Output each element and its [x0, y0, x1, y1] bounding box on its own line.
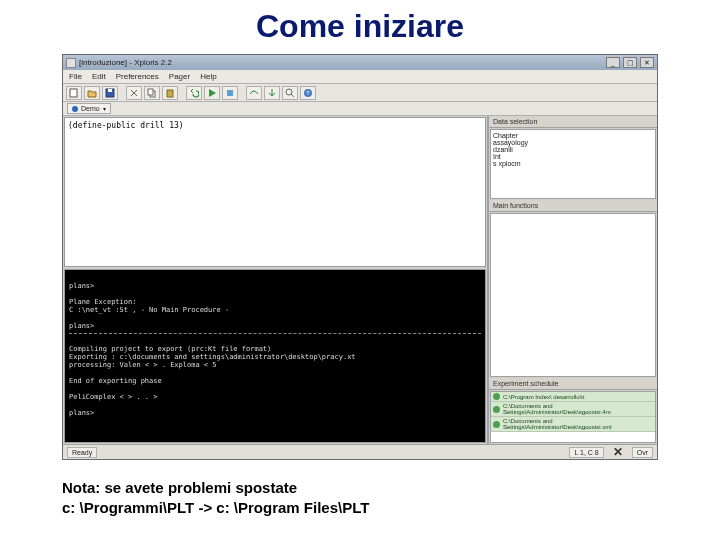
mainfun-header: Main functions	[489, 200, 657, 212]
titlebar: [introduzione] - Xploris 2.2 _ ▢ ✕	[63, 55, 657, 70]
open-icon[interactable]	[84, 86, 100, 100]
console-line: plans>	[69, 282, 94, 290]
console-line: C :\net_vt :St , - No Main Procedure -	[69, 306, 229, 314]
svg-rect-0	[70, 89, 77, 97]
copy-icon[interactable]	[144, 86, 160, 100]
exp-header: Experiment schedule	[489, 378, 657, 390]
menubar: File Edit Preferences Pager Help	[63, 70, 657, 84]
svg-rect-5	[167, 90, 173, 97]
console-line: processing: Valen < > . Exploma < 5	[69, 361, 217, 369]
svg-rect-6	[227, 90, 233, 96]
editor-pane[interactable]: (define-public drill 13)	[64, 117, 486, 267]
bullet-icon	[493, 421, 500, 428]
console-line: Compiling project to export (prc:Kt file…	[69, 345, 271, 353]
run-icon[interactable]	[204, 86, 220, 100]
paste-icon[interactable]	[162, 86, 178, 100]
menu-preferences[interactable]: Preferences	[116, 72, 159, 81]
note-line: Nota: se avete problemi spostate	[62, 478, 369, 498]
note-line: c: \Programmi\PLT -> c: \Program Files\P…	[62, 498, 369, 518]
menu-pager[interactable]: Pager	[169, 72, 190, 81]
console-pane[interactable]: plans> Plane Exception: C :\net_vt :St ,…	[64, 269, 486, 443]
cut-icon[interactable]	[126, 86, 142, 100]
status-close-icon[interactable]: ✕	[610, 446, 626, 458]
new-icon[interactable]	[66, 86, 82, 100]
datasel-item[interactable]: Chapter	[493, 132, 653, 139]
console-line: PeliComplex < > . . >	[69, 393, 158, 401]
exp-panel[interactable]: C:\Program Index\ desarrollo\it C:\Docum…	[490, 391, 656, 443]
dialect-dot-icon	[72, 106, 78, 112]
datasel-panel[interactable]: Chapter assayology dzanili Int s xplocm	[490, 129, 656, 199]
console-line: plans>	[69, 409, 94, 417]
exp-item[interactable]: C:\Program Index\ desarrollo\it	[491, 392, 655, 402]
close-button[interactable]: ✕	[640, 57, 654, 68]
left-column: (define-public drill 13) plans> Plane Ex…	[63, 116, 487, 444]
step-over-icon[interactable]	[246, 86, 262, 100]
statusbar: Ready L 1, C 8 ✕ Ovr	[63, 444, 657, 459]
stop-icon[interactable]	[222, 86, 238, 100]
exp-item-label: C:\Documents and Settings\Administrator\…	[503, 403, 653, 415]
window-title: [introduzione] - Xploris 2.2	[79, 58, 603, 67]
exp-item[interactable]: C:\Documents and Settings\Administrator\…	[491, 417, 655, 432]
datasel-item[interactable]: assayology	[493, 139, 653, 146]
mainfun-panel[interactable]	[490, 213, 656, 377]
zoom-icon[interactable]	[282, 86, 298, 100]
slide-note: Nota: se avete problemi spostate c: \Pro…	[62, 478, 369, 517]
help-icon[interactable]: ?	[300, 86, 316, 100]
slide-title: Come iniziare	[0, 0, 720, 51]
console-line: Exporting : c:\documents and settings\ad…	[69, 353, 356, 361]
right-column: Data selection Chapter assayology dzanil…	[487, 116, 657, 444]
dialect-selector[interactable]: Demo ▾	[67, 103, 111, 114]
minimize-button[interactable]: _	[606, 57, 620, 68]
svg-rect-2	[108, 89, 112, 92]
console-line: plans>	[69, 322, 94, 330]
exp-item-label: C:\Program Index\ desarrollo\it	[503, 394, 584, 400]
editor-line: (define-public drill 13)	[68, 121, 184, 130]
datasel-item[interactable]: s xplocm	[493, 160, 653, 167]
datasel-header: Data selection	[489, 116, 657, 128]
step-into-icon[interactable]	[264, 86, 280, 100]
menu-edit[interactable]: Edit	[92, 72, 106, 81]
status-position: L 1, C 8	[569, 447, 603, 458]
svg-rect-4	[148, 89, 153, 95]
maximize-button[interactable]: ▢	[623, 57, 637, 68]
console-line: End of exporting phase	[69, 377, 162, 385]
dialect-bar: Demo ▾	[63, 102, 657, 116]
undo-icon[interactable]	[186, 86, 202, 100]
datasel-item[interactable]: dzanili	[493, 146, 653, 153]
console-divider	[69, 333, 481, 334]
app-icon	[66, 58, 76, 68]
status-mode: Ovr	[632, 447, 653, 458]
status-ready: Ready	[67, 447, 97, 458]
bullet-icon	[493, 406, 500, 413]
console-line: Plane Exception:	[69, 298, 136, 306]
dialect-label: Demo	[81, 105, 100, 112]
app-window: [introduzione] - Xploris 2.2 _ ▢ ✕ File …	[62, 54, 658, 460]
exp-item-label: C:\Documents and Settings\Administrator\…	[503, 418, 653, 430]
exp-item[interactable]: C:\Documents and Settings\Administrator\…	[491, 402, 655, 417]
bullet-icon	[493, 393, 500, 400]
datasel-item[interactable]: Int	[493, 153, 653, 160]
menu-help[interactable]: Help	[200, 72, 216, 81]
main-area: (define-public drill 13) plans> Plane Ex…	[63, 116, 657, 444]
chevron-down-icon: ▾	[103, 105, 106, 112]
save-icon[interactable]	[102, 86, 118, 100]
toolbar: ?	[63, 84, 657, 102]
menu-file[interactable]: File	[69, 72, 82, 81]
